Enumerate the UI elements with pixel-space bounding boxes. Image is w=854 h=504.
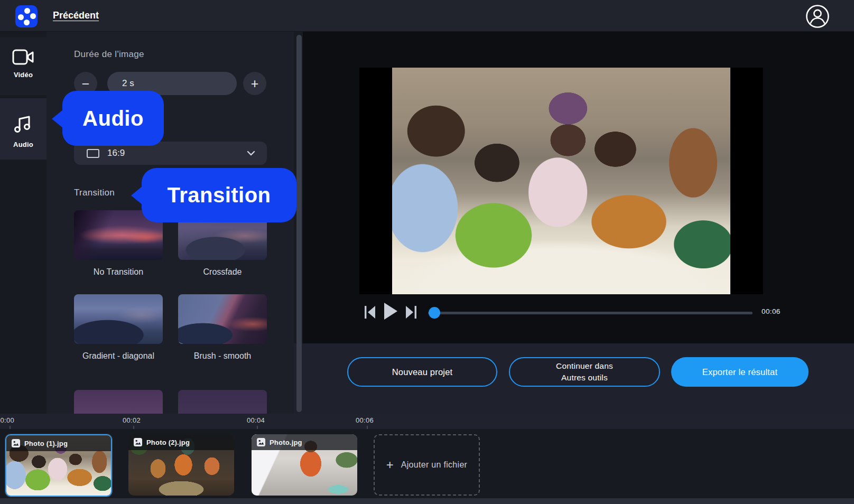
time-tick: [257, 426, 258, 429]
music-notes-icon: [13, 114, 34, 135]
timeline-horizontal-scrollbar[interactable]: [0, 498, 854, 504]
clip-filename: Photo (1).jpg: [24, 440, 68, 447]
time-tick-label: 00:02: [123, 416, 141, 424]
audio-tooltip-text: Audio: [82, 107, 144, 130]
clip-label-strip: Photo.jpg: [252, 434, 357, 450]
export-result-button[interactable]: Exporter le résultat: [671, 357, 809, 387]
transition-section-title: Transition: [74, 188, 115, 198]
settings-panel: Durée de l'image − 2 s + 16:9 Transition…: [47, 32, 294, 414]
transition-tooltip: Transition: [142, 168, 296, 222]
transition-option-brush-smooth[interactable]: Brush - smooth: [178, 294, 267, 362]
new-project-button[interactable]: Nouveau projet: [347, 357, 497, 387]
clip-filename: Photo (2).jpg: [146, 438, 190, 446]
skip-back-icon: [364, 305, 376, 320]
top-bar: Précédent: [0, 0, 854, 32]
time-tick-label: 00:06: [356, 416, 374, 424]
transition-thumbnail: [178, 390, 267, 414]
transition-label: No Transition: [74, 266, 163, 278]
actions-bar: Nouveau projet Continuer dans Autres out…: [294, 343, 854, 414]
timeline-clip-photo-1[interactable]: Photo (1).jpg: [5, 434, 112, 497]
image-file-icon: [12, 439, 20, 447]
clip-filename: Photo.jpg: [270, 438, 302, 446]
continue-other-tools-button[interactable]: Continuer dans Autres outils: [509, 357, 660, 387]
sidebar-item-label: Audio: [13, 141, 33, 148]
play-button[interactable]: [383, 302, 398, 322]
duration-section-title: Durée de l'image: [74, 49, 144, 60]
user-avatar-icon[interactable]: [805, 4, 830, 29]
video-frame: [359, 68, 763, 294]
sidebar-item-video[interactable]: Vidéo: [0, 37, 47, 95]
skip-back-button[interactable]: [364, 305, 376, 322]
image-file-icon: [134, 438, 142, 446]
add-file-button[interactable]: + Ajouter un fichier: [374, 434, 480, 496]
duration-increase-button[interactable]: +: [243, 72, 266, 95]
time-tick: [133, 426, 134, 429]
time-tick-label: 00:04: [247, 416, 265, 424]
transition-option-partial[interactable]: [74, 390, 163, 414]
transition-thumbnail: [178, 294, 267, 344]
transition-option-gradient-diagonal[interactable]: Gradient - diagonal: [74, 294, 163, 362]
time-tick-label: 00:00: [0, 416, 14, 424]
add-file-label: Ajouter un fichier: [401, 460, 467, 470]
playback-slider[interactable]: [428, 312, 753, 314]
aspect-ratio-value: 16:9: [107, 148, 125, 158]
transition-label: Gradient - diagonal: [74, 350, 163, 362]
image-file-icon: [257, 438, 265, 446]
video-camera-icon: [12, 49, 34, 66]
clip-label-strip: Photo (1).jpg: [6, 435, 111, 451]
plus-icon: +: [386, 459, 394, 471]
time-tick: [367, 426, 368, 429]
app-logo-icon[interactable]: [15, 5, 38, 27]
skip-forward-button[interactable]: [405, 305, 417, 322]
transition-thumbnail: [74, 294, 163, 344]
transition-tooltip-text: Transition: [167, 183, 271, 207]
preview-photo: [392, 68, 730, 294]
transition-option-partial[interactable]: [178, 390, 267, 414]
tooltip-tail: [52, 109, 63, 128]
back-link[interactable]: Précédent: [53, 10, 99, 21]
sidebar-item-label: Vidéo: [14, 71, 33, 79]
preview-pane: 00:06: [303, 32, 854, 343]
timeline-clip-photo[interactable]: Photo.jpg: [252, 434, 357, 496]
time-tick: [10, 426, 11, 429]
left-rail: Vidéo Audio: [0, 32, 47, 414]
play-icon: [383, 302, 398, 320]
duration-readout: 00:06: [762, 307, 781, 315]
tooltip-tail: [131, 186, 143, 205]
clip-label-strip: Photo (2).jpg: [128, 434, 234, 450]
skip-forward-icon: [405, 305, 417, 320]
chevron-down-icon: [247, 151, 255, 156]
timeline-clip-photo-2[interactable]: Photo (2).jpg: [128, 434, 234, 496]
sidebar-item-audio[interactable]: Audio: [0, 98, 47, 160]
aspect-ratio-icon: [87, 149, 99, 158]
playback-slider-thumb[interactable]: [429, 307, 440, 319]
app-window: Précédent Vidéo Audio: [0, 0, 854, 504]
audio-tooltip: Audio: [62, 91, 164, 146]
transition-label: Brush - smooth: [178, 350, 267, 362]
timeline: 00:00 00:02 00:04 00:06 Photo (1).jpg: [0, 414, 854, 504]
transition-label: Crossfade: [178, 266, 267, 278]
panel-scrollbar[interactable]: [296, 35, 302, 412]
transition-thumbnail: [74, 390, 163, 414]
timeline-ruler: 00:00 00:02 00:04 00:06: [0, 414, 854, 429]
